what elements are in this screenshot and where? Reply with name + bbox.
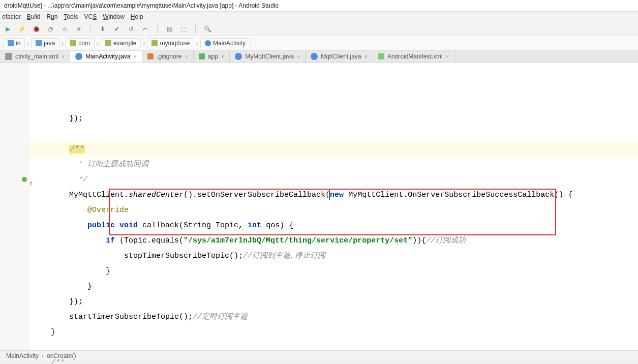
vcs-history-icon[interactable]: ↺: [127, 24, 136, 34]
code-area[interactable]: }); /** * 订阅主题成功回调 */ MyMqttClient.share…: [28, 63, 638, 350]
close-icon[interactable]: ×: [62, 53, 65, 59]
crumb-mainactivity[interactable]: MainActivity: [200, 38, 250, 48]
profile-icon[interactable]: ◔: [46, 24, 55, 34]
avd-icon[interactable]: ▤: [165, 24, 174, 34]
search-icon[interactable]: 🔍: [203, 24, 212, 34]
window-title: droidMqttUse] - ...\app\src\main\java\co…: [0, 0, 638, 12]
menu-run[interactable]: Run: [46, 13, 57, 20]
vcs-revert-icon[interactable]: ⤺: [141, 24, 150, 34]
tab-gitignore[interactable]: .gitignore×: [142, 51, 194, 62]
editor[interactable]: ↑ }); /** * 订阅主题成功回调 */ MyMqttClient.sha…: [0, 63, 638, 350]
crumb-example[interactable]: example: [101, 38, 141, 48]
gutter: ↑: [0, 63, 28, 350]
menu-bar: efactor Build Run Tools VCS Window Help: [0, 12, 638, 22]
status-bar: MainActivity › onCreate(): [0, 350, 638, 361]
toolbar: ▶ ⚡ 🐞 ◔ ⎋ ■ ⬇ ✔ ↺ ⤺ ▤ ⬚ 🔍: [0, 22, 638, 36]
stop-icon[interactable]: ■: [74, 24, 83, 34]
crumb-java[interactable]: java: [31, 38, 59, 48]
close-icon[interactable]: ×: [134, 53, 137, 59]
close-icon[interactable]: ×: [297, 53, 300, 59]
tab-mymqttclient[interactable]: MyMqttClient.java×: [230, 51, 306, 62]
breakpoint-icon[interactable]: [22, 177, 27, 182]
tab-mqttclient[interactable]: MqttClient.java×: [306, 51, 373, 62]
crumb-in[interactable]: in: [3, 38, 25, 48]
menu-refactor[interactable]: efactor: [2, 13, 21, 20]
crumb-mymqttuse[interactable]: mymqttuse: [147, 38, 194, 48]
breadcrumb: in› java› com› example› mymqttuse› MainA…: [0, 36, 638, 51]
vcs-update-icon[interactable]: ⬇: [98, 24, 107, 34]
apply-changes-icon[interactable]: ⚡: [17, 24, 26, 34]
close-icon[interactable]: ×: [446, 53, 449, 59]
menu-help[interactable]: Help: [131, 13, 143, 20]
tab-androidmanifest[interactable]: AndroidManifest.xml×: [373, 51, 454, 62]
crumb-com[interactable]: com: [66, 38, 95, 48]
menu-vcs[interactable]: VCS: [84, 13, 97, 20]
menu-tools[interactable]: Tools: [64, 13, 78, 20]
menu-window[interactable]: Window: [103, 13, 125, 20]
tab-activity-main[interactable]: ctivity_main.xml×: [0, 51, 70, 62]
menu-build[interactable]: Build: [27, 13, 41, 20]
attach-icon[interactable]: ⎋: [60, 24, 69, 34]
close-icon[interactable]: ×: [364, 53, 368, 59]
close-icon[interactable]: ×: [185, 53, 188, 59]
debug-icon[interactable]: 🐞: [32, 24, 41, 34]
tab-app[interactable]: app×: [194, 51, 230, 62]
tab-mainactivity[interactable]: MainActivity.java×: [70, 51, 142, 62]
vcs-commit-icon[interactable]: ✔: [112, 24, 121, 34]
sdk-icon[interactable]: ⬚: [179, 24, 188, 34]
close-icon[interactable]: ×: [221, 53, 224, 59]
editor-tabs: ctivity_main.xml× MainActivity.java× .gi…: [0, 51, 638, 63]
run-icon[interactable]: ▶: [3, 24, 12, 34]
